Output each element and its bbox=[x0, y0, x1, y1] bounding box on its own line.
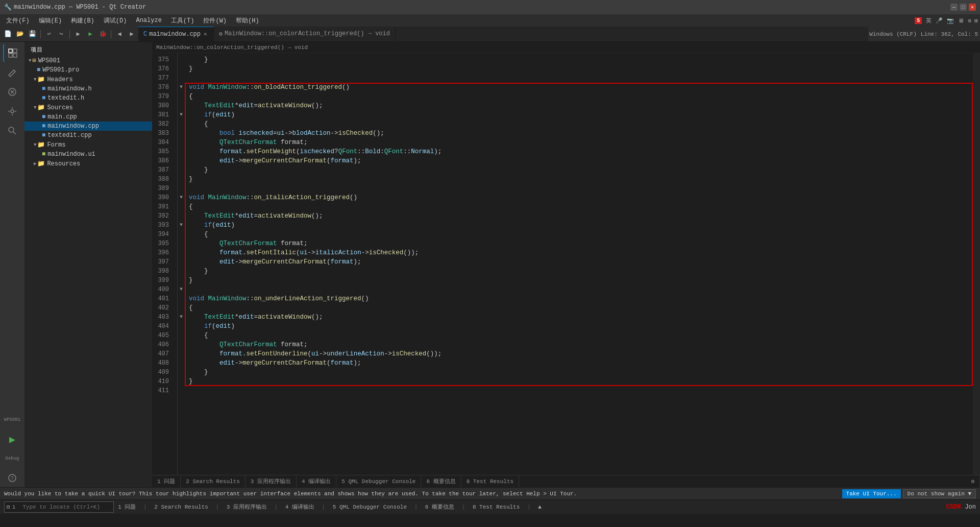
redo-btn[interactable]: ↪ bbox=[56, 29, 67, 40]
take-tour-button[interactable]: Take UI Tour... bbox=[842, 489, 901, 498]
code-line-388: } bbox=[189, 175, 973, 184]
svg-point-8 bbox=[11, 110, 14, 113]
tab-icon: C bbox=[143, 31, 147, 38]
code-line-380: TextEdit*edit=activateWindow(); bbox=[189, 101, 973, 110]
save-btn[interactable]: 💾 bbox=[27, 29, 38, 40]
tree-item-headers[interactable]: ▼ 📁 Headers bbox=[24, 75, 152, 84]
fold-btn-393[interactable]: ▼ bbox=[178, 221, 185, 230]
right-sidebar bbox=[973, 53, 980, 475]
file-icon: ■ bbox=[42, 94, 45, 102]
editor-area: MainWindow::on_colorAction_triggered() →… bbox=[152, 42, 980, 487]
code-line-403: TextEdit*edit=activateWindow(); bbox=[189, 313, 973, 322]
code-content[interactable]: } } void MainWindow::on_blodAction_trigg… bbox=[185, 53, 973, 475]
tree-item-label: textedit.h bbox=[47, 94, 84, 102]
sidebar-debug-run-icon[interactable]: Debug bbox=[3, 449, 21, 468]
code-line-404: if(edit) bbox=[189, 322, 973, 331]
code-line-389 bbox=[189, 184, 973, 193]
undo-btn[interactable]: ↩ bbox=[43, 29, 55, 40]
build-btn[interactable]: ▶ bbox=[72, 29, 84, 40]
menu-analyze[interactable]: Analyze bbox=[132, 16, 165, 25]
sidebar-run-icon[interactable]: ▶ bbox=[3, 430, 21, 448]
code-editor[interactable]: 375 376 377 378 379 380 381 382 383 384 … bbox=[152, 53, 980, 475]
fold-btn-390[interactable]: ▼ bbox=[178, 193, 185, 202]
line-numbers: 375 376 377 378 379 380 381 382 383 384 … bbox=[152, 53, 178, 475]
tree-item-textedit-cpp[interactable]: ■ textedit.cpp bbox=[24, 131, 152, 140]
menu-bar: 文件(F) 编辑(E) 构建(B) 调试(D) Analyze 工具(T) 控件… bbox=[0, 14, 980, 27]
fold-btn-404[interactable]: ▼ bbox=[178, 313, 185, 322]
tree-item-main-cpp[interactable]: ■ main.cpp bbox=[24, 112, 152, 122]
menu-tools[interactable]: 工具(T) bbox=[167, 15, 199, 26]
tree-item-label: mainwindow.ui bbox=[47, 151, 95, 158]
arrow-icon: ▼ bbox=[34, 105, 36, 110]
sidebar-project-icon[interactable] bbox=[3, 44, 21, 62]
code-line-402: { bbox=[189, 303, 973, 313]
code-line-379: { bbox=[189, 92, 973, 101]
notification-bar: Would you like to take a quick UI tour? … bbox=[0, 487, 980, 499]
search-input[interactable] bbox=[19, 503, 111, 511]
sidebar-search-icon[interactable] bbox=[3, 122, 21, 140]
tree-item-label: Sources bbox=[47, 104, 72, 111]
bp-tab-qml[interactable]: 5 QML Debugger Console bbox=[336, 475, 421, 488]
menu-debug[interactable]: 调试(D) bbox=[100, 15, 131, 26]
bp-tab-test[interactable]: 8 Test Results bbox=[461, 475, 519, 488]
arrow-icon: ▼ bbox=[29, 58, 31, 63]
fold-column: ▼ ▼ ▼ ▼ ▼ ▼ bbox=[178, 53, 185, 475]
tree-item-sources[interactable]: ▼ 📁 Sources bbox=[24, 103, 152, 112]
do-not-show-button[interactable]: Do not show again ▼ bbox=[903, 489, 976, 498]
new-file-btn[interactable]: 📄 bbox=[2, 29, 13, 40]
tab-mainwindow-cpp[interactable]: C mainwindow.cpp ✕ bbox=[138, 27, 214, 41]
tree-header: 项目 bbox=[24, 42, 152, 56]
menu-widget[interactable]: 控件(W) bbox=[199, 15, 231, 26]
tab-fn-label: MainWindow::on_colorAction_triggered() →… bbox=[225, 30, 390, 37]
summary-info: 6 概要信息 bbox=[425, 504, 454, 510]
sidebar-edit-icon[interactable] bbox=[3, 63, 21, 82]
menu-file[interactable]: 文件(F) bbox=[2, 15, 34, 26]
code-line-406: QTextCharFormat format; bbox=[189, 340, 973, 349]
file-icon: ■ bbox=[42, 132, 45, 139]
sidebar-debug-icon[interactable] bbox=[3, 83, 21, 101]
code-line-395: QTextCharFormat format; bbox=[189, 239, 973, 248]
tree-item-resources[interactable]: ▶ 📁 Resources bbox=[24, 159, 152, 169]
maximize-button[interactable]: □ bbox=[960, 4, 967, 11]
fold-btn-381[interactable]: ▼ bbox=[178, 110, 185, 119]
nav-back[interactable]: ◀ bbox=[114, 29, 125, 40]
bp-tab-compile[interactable]: 4 编译输出 bbox=[297, 475, 336, 488]
bp-tab-search[interactable]: 2 Search Results bbox=[181, 475, 246, 488]
bp-tab-summary[interactable]: 6 概要信息 bbox=[421, 475, 461, 488]
bp-tab-gear[interactable]: ⚙ bbox=[966, 475, 980, 488]
bp-tab-appout[interactable]: 3 应用程序输出 bbox=[246, 475, 297, 488]
tab-close-btn[interactable]: ✕ bbox=[203, 30, 208, 38]
run-btn[interactable]: ▶ bbox=[85, 29, 96, 40]
tree-item-wps001[interactable]: ▼ ⊞ WPS001 bbox=[24, 56, 152, 65]
tree-item-textedit-h[interactable]: ■ textedit.h bbox=[24, 93, 152, 103]
tree-item-mainwindow-ui[interactable]: ■ mainwindow.ui bbox=[24, 150, 152, 159]
fold-btn-401[interactable]: ▼ bbox=[178, 285, 185, 294]
tree-item-mainwindow-cpp[interactable]: ■ mainwindow.cpp bbox=[24, 122, 152, 131]
bp-tab-problems[interactable]: 1 问题 bbox=[152, 475, 181, 488]
file-tree: 项目 ▼ ⊞ WPS001 ■ WPS001.pro ▼ 📁 Headers ■… bbox=[24, 42, 152, 487]
code-line-399: } bbox=[189, 276, 973, 285]
tree-item-wps001pro[interactable]: ■ WPS001.pro bbox=[24, 65, 152, 75]
svg-text:?: ? bbox=[11, 476, 14, 482]
tree-item-mainwindow-h[interactable]: ■ mainwindow.h bbox=[24, 84, 152, 93]
search-bar-icon: ⊟ bbox=[7, 504, 10, 510]
menu-help[interactable]: 帮助(H) bbox=[232, 15, 263, 26]
menu-build[interactable]: 构建(B) bbox=[67, 15, 99, 26]
menu-edit[interactable]: 编辑(E) bbox=[35, 15, 66, 26]
fold-btn-378[interactable]: ▼ bbox=[178, 83, 185, 92]
code-line-410: } bbox=[189, 377, 973, 386]
code-line-400 bbox=[189, 285, 973, 294]
title-bar: 🔧 mainwindow.cpp — WPS001 - Qt Creator —… bbox=[0, 0, 980, 14]
debug-run-btn[interactable]: 🐞 bbox=[97, 29, 108, 40]
sidebar-help-icon[interactable]: ? bbox=[3, 469, 21, 487]
open-btn[interactable]: 📂 bbox=[14, 29, 26, 40]
status-left-info: 1 问题 | 2 Search Results | 3 应用程序输出 | 4 编… bbox=[118, 503, 542, 511]
tab-breadcrumb[interactable]: ⚙ MainWindow::on_colorAction_triggered()… bbox=[214, 27, 396, 41]
sidebar-tools-icon[interactable] bbox=[3, 102, 21, 121]
search-bar-label: 1 bbox=[12, 504, 16, 510]
code-line-396: format.setFontItalic(ui->italicAction->i… bbox=[189, 248, 973, 257]
nav-forward[interactable]: ▶ bbox=[126, 29, 137, 40]
tree-item-forms[interactable]: ▼ 📁 Forms bbox=[24, 140, 152, 150]
close-button[interactable]: ✕ bbox=[969, 4, 976, 11]
minimize-button[interactable]: — bbox=[950, 4, 958, 11]
